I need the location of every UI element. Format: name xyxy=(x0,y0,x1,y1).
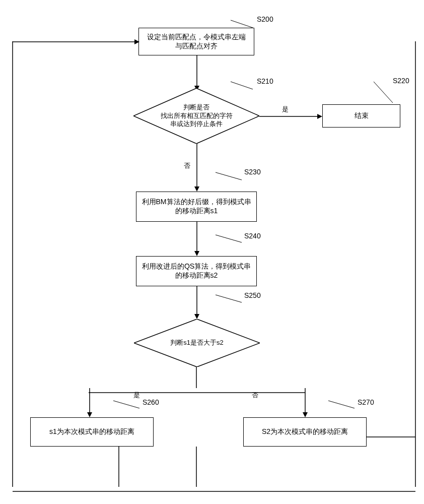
leader-s200 xyxy=(231,20,256,32)
svg-marker-21 xyxy=(87,412,92,417)
step-s260-label: S260 xyxy=(143,398,159,406)
svg-line-10 xyxy=(216,172,242,180)
arrow-split-s270 xyxy=(302,387,308,419)
label-yes-s250: 是 xyxy=(133,391,140,400)
svg-marker-32 xyxy=(134,39,139,44)
arrow-s240-s250 xyxy=(194,286,200,321)
step-s240-box: 利用改进后的QS算法，得到模式串的移动距离s2 xyxy=(136,256,257,286)
label-yes-s210: 是 xyxy=(282,105,289,114)
step-s250-text: 判断s1是否大于s2 xyxy=(134,319,260,367)
leader-s250 xyxy=(216,295,246,306)
line-merge-horizontal xyxy=(13,486,415,494)
step-s200-box: 设定当前匹配点，令模式串左端与匹配点对齐 xyxy=(138,28,254,55)
arrow-feedback-s200 xyxy=(13,38,139,46)
step-s230-text: 利用BM算法的好后缀，得到模式串的移动距离s1 xyxy=(142,198,251,216)
step-s230-box: 利用BM算法的好后缀，得到模式串的移动距离s1 xyxy=(136,192,257,222)
line-s260-down xyxy=(118,447,120,488)
step-s260-text: s1为本次模式串的移动距离 xyxy=(49,427,134,436)
svg-line-4 xyxy=(231,82,253,89)
line-center-down xyxy=(195,447,197,488)
svg-line-7 xyxy=(374,82,393,103)
step-s270-box: S2为本次模式串的移动距离 xyxy=(243,417,367,447)
step-s200-text: 设定当前匹配点，令模式串左端与匹配点对齐 xyxy=(144,33,249,51)
step-s260-box: s1为本次模式串的移动距离 xyxy=(30,417,154,447)
step-s240-text: 利用改进后的QS算法，得到模式串的移动距离s2 xyxy=(142,262,251,280)
step-s270-text: S2为本次模式串的移动距离 xyxy=(262,427,348,436)
step-s210-label: S210 xyxy=(257,77,273,85)
leader-s270 xyxy=(328,401,359,412)
leader-s230 xyxy=(216,172,246,184)
step-s200-label: S200 xyxy=(257,15,273,23)
arrow-s200-s210 xyxy=(194,55,200,92)
line-split-horizontal xyxy=(89,387,305,395)
line-right-vertical xyxy=(414,41,416,488)
svg-marker-15 xyxy=(194,314,199,319)
svg-marker-23 xyxy=(303,412,308,417)
step-s240-label: S240 xyxy=(244,232,261,240)
step-s250-label: S250 xyxy=(244,291,261,299)
svg-marker-12 xyxy=(194,251,199,256)
svg-line-24 xyxy=(113,401,139,408)
svg-line-16 xyxy=(216,295,242,302)
arrow-split-s260 xyxy=(87,387,93,419)
arrow-s210-s220 xyxy=(259,113,322,121)
step-s250-diamond: 判断s1是否大于s2 xyxy=(134,319,260,367)
step-s220-text: 结束 xyxy=(355,111,369,120)
step-s210-text: 判断是否 找出所有相互匹配的字符 串或达到停止条件 xyxy=(133,88,259,144)
line-s270-right xyxy=(367,431,417,439)
leader-s210 xyxy=(231,82,256,93)
step-s220-box: 结束 xyxy=(322,104,400,128)
line-s250-down xyxy=(195,367,197,390)
step-s270-label: S270 xyxy=(358,398,374,406)
leader-s260 xyxy=(113,401,144,412)
step-s220-label: S220 xyxy=(393,77,409,85)
leader-s240 xyxy=(216,235,246,246)
step-s210-diamond: 判断是否 找出所有相互匹配的字符 串或达到停止条件 xyxy=(133,88,259,144)
leader-s220 xyxy=(374,82,399,106)
svg-marker-9 xyxy=(194,186,199,192)
svg-line-25 xyxy=(328,401,355,408)
line-left-vertical xyxy=(12,41,14,488)
svg-line-0 xyxy=(231,20,253,28)
arrow-s210-s230 xyxy=(194,144,200,193)
step-s230-label: S230 xyxy=(244,168,261,176)
label-no-s210: 否 xyxy=(184,161,190,170)
svg-line-13 xyxy=(216,235,242,242)
arrow-s230-s240 xyxy=(194,222,200,258)
svg-marker-6 xyxy=(317,114,322,119)
label-no-s250: 否 xyxy=(252,391,258,400)
